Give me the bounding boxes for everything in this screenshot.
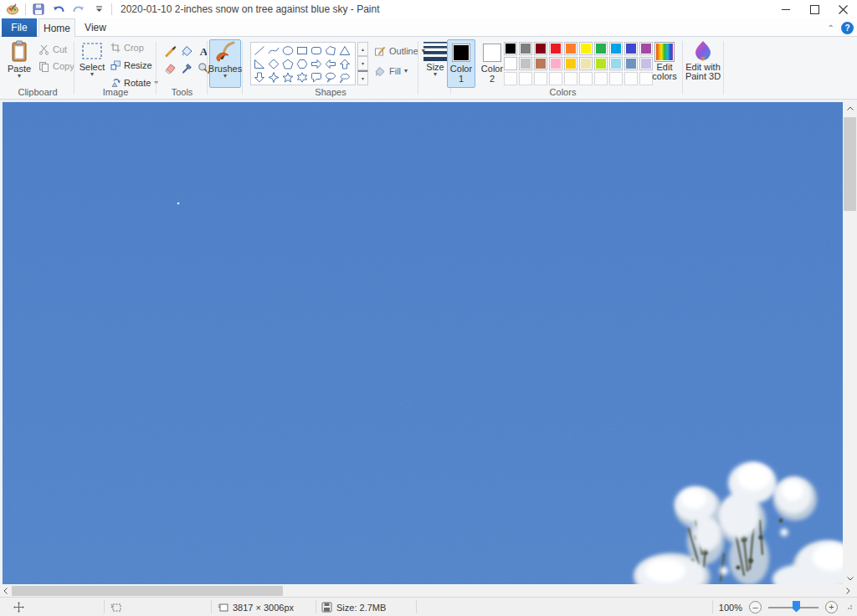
palette-swatch[interactable] <box>624 72 638 85</box>
scroll-up-arrow[interactable] <box>843 102 857 115</box>
redo-button[interactable] <box>71 2 86 17</box>
brushes-button[interactable]: Brushes ▾ <box>209 39 241 88</box>
color2-button[interactable]: Color 2 <box>478 39 506 88</box>
horizontal-scrollbar[interactable] <box>0 585 857 597</box>
palette-swatch[interactable] <box>594 42 608 55</box>
palette-swatch[interactable] <box>504 72 517 85</box>
scroll-left-arrow[interactable] <box>0 585 11 597</box>
rounded-rectangle-shape[interactable] <box>309 44 323 57</box>
right-triangle-shape[interactable] <box>252 57 266 70</box>
palette-swatch[interactable] <box>534 42 547 55</box>
oval-callout-shape[interactable] <box>323 70 337 84</box>
paint-app-icon <box>5 2 20 17</box>
eraser-tool-button[interactable] <box>162 60 177 75</box>
down-arrow-shape[interactable] <box>252 70 266 84</box>
hexagon-shape[interactable] <box>295 57 309 70</box>
paste-dropdown-caret[interactable]: ▾ <box>18 74 21 79</box>
resize-grip[interactable] <box>848 605 852 609</box>
five-point-star-shape[interactable] <box>280 70 295 84</box>
palette-swatch[interactable] <box>609 42 623 55</box>
resize-button[interactable]: Resize <box>110 58 157 73</box>
minimize-button[interactable] <box>772 0 800 18</box>
shapes-scroll-down-button[interactable]: ▾ <box>357 56 368 70</box>
cloud-callout-shape[interactable] <box>337 70 352 84</box>
ellipse-shape[interactable] <box>280 44 295 57</box>
palette-swatch[interactable] <box>594 72 608 85</box>
horizontal-scroll-thumb[interactable] <box>12 586 283 596</box>
palette-swatch[interactable] <box>609 72 623 85</box>
color-picker-tool-button[interactable] <box>179 60 194 75</box>
palette-swatch[interactable] <box>534 72 547 85</box>
palette-swatch[interactable] <box>609 57 623 70</box>
polygon-shape[interactable] <box>323 44 337 57</box>
palette-swatch[interactable] <box>579 42 593 55</box>
palette-swatch[interactable] <box>624 57 638 70</box>
undo-button[interactable] <box>51 2 66 17</box>
palette-swatch[interactable] <box>579 57 593 70</box>
zoom-slider[interactable] <box>768 607 819 608</box>
palette-swatch[interactable] <box>549 57 562 70</box>
scroll-right-arrow[interactable] <box>843 585 854 597</box>
scroll-down-arrow[interactable] <box>843 572 857 585</box>
palette-swatch[interactable] <box>519 57 532 70</box>
edit-colors-button[interactable]: Edit colors <box>649 39 680 88</box>
palette-swatch[interactable] <box>579 72 593 85</box>
fill-dropdown-caret[interactable]: ▾ <box>404 69 408 74</box>
brushes-dropdown-caret[interactable]: ▾ <box>223 74 227 79</box>
left-arrow-shape[interactable] <box>323 57 337 70</box>
shapes-caption: Shapes <box>244 87 418 97</box>
palette-swatch[interactable] <box>504 42 517 55</box>
edit-with-paint3d-button[interactable]: Edit with Paint 3D <box>685 39 721 88</box>
vertical-scroll-thumb[interactable] <box>844 117 856 211</box>
close-button[interactable] <box>829 0 857 18</box>
select-button[interactable]: Select ▾ <box>76 39 108 88</box>
palette-swatch[interactable] <box>519 72 532 85</box>
tab-file[interactable]: File <box>2 18 37 37</box>
palette-swatch[interactable] <box>564 57 577 70</box>
right-arrow-shape[interactable] <box>309 57 323 70</box>
palette-swatch[interactable] <box>549 42 562 55</box>
paste-button[interactable]: Paste ▾ <box>3 39 35 88</box>
copy-button[interactable]: Copy <box>38 59 74 74</box>
shapes-more-button[interactable]: ▾ <box>357 70 368 85</box>
palette-swatch[interactable] <box>564 72 577 85</box>
diamond-shape[interactable] <box>266 57 280 70</box>
triangle-shape[interactable] <box>337 44 352 57</box>
select-dropdown-caret[interactable]: ▾ <box>90 72 94 77</box>
vertical-scrollbar[interactable] <box>843 102 857 585</box>
cut-button[interactable]: Cut <box>38 42 74 57</box>
tab-view[interactable]: View <box>77 18 114 37</box>
six-point-star-shape[interactable] <box>295 70 309 84</box>
palette-swatch[interactable] <box>519 42 532 55</box>
collapse-ribbon-button[interactable]: ⌃ <box>828 23 834 33</box>
drawing-canvas[interactable] <box>3 102 843 584</box>
palette-swatch[interactable] <box>594 57 608 70</box>
tab-home[interactable]: Home <box>38 18 75 37</box>
palette-swatch[interactable] <box>534 57 547 70</box>
save-button[interactable] <box>31 2 46 17</box>
paint3d-icon <box>693 40 713 62</box>
palette-swatch[interactable] <box>549 72 562 85</box>
maximize-button[interactable] <box>800 0 829 18</box>
zoom-out-button[interactable]: – <box>749 601 762 613</box>
palette-swatch[interactable] <box>504 57 517 70</box>
pentagon-shape[interactable] <box>280 57 295 70</box>
customize-qat-button[interactable] <box>91 2 106 17</box>
up-arrow-shape[interactable] <box>337 57 352 70</box>
palette-swatch[interactable] <box>624 42 638 55</box>
help-button[interactable]: ? <box>841 22 854 34</box>
fill-tool-button[interactable] <box>179 44 194 59</box>
pencil-tool-button[interactable] <box>162 44 177 59</box>
zoom-in-button[interactable]: + <box>825 601 838 613</box>
rectangle-shape[interactable] <box>295 44 309 57</box>
color1-button[interactable]: Color 1 <box>447 39 475 88</box>
curve-shape[interactable] <box>266 44 280 57</box>
rounded-callout-shape[interactable] <box>309 70 323 84</box>
shapes-scroll-up-button[interactable]: ▴ <box>357 42 368 56</box>
size-dropdown-caret[interactable]: ▾ <box>434 72 437 77</box>
palette-swatch[interactable] <box>564 42 577 55</box>
four-point-star-shape[interactable] <box>266 70 280 84</box>
zoom-slider-thumb[interactable] <box>793 601 800 613</box>
crop-button[interactable]: Crop <box>110 40 157 55</box>
line-shape[interactable] <box>252 44 266 57</box>
